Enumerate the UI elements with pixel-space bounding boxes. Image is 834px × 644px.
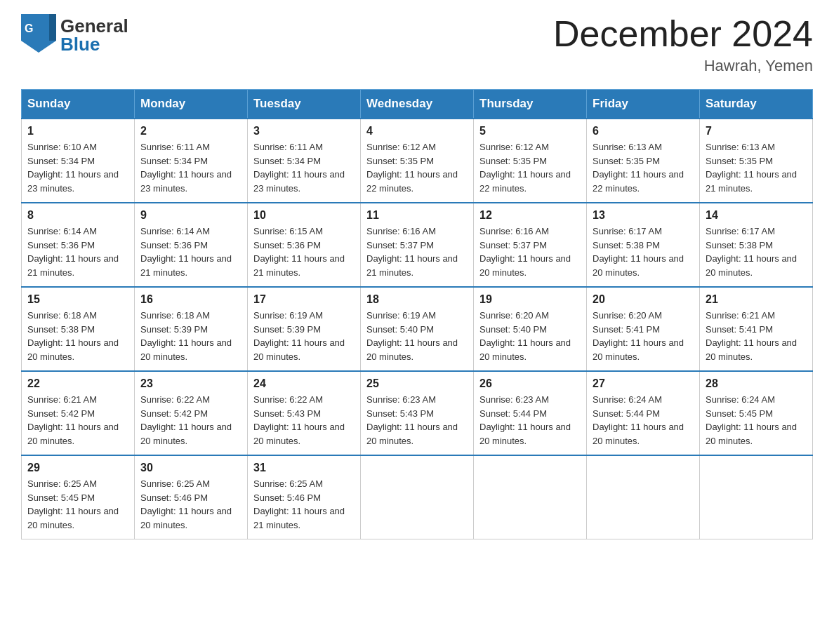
calendar-day-19: 19Sunrise: 6:20 AMSunset: 5:40 PMDayligh… bbox=[474, 287, 587, 371]
calendar-day-15: 15Sunrise: 6:18 AMSunset: 5:38 PMDayligh… bbox=[22, 287, 135, 371]
weekday-header-saturday: Saturday bbox=[700, 90, 813, 119]
day-info-29: Sunrise: 6:25 AMSunset: 5:45 PMDaylight:… bbox=[27, 477, 128, 532]
empty-cell bbox=[361, 455, 474, 539]
day-number-7: 7 bbox=[706, 125, 807, 137]
calendar-day-16: 16Sunrise: 6:18 AMSunset: 5:39 PMDayligh… bbox=[135, 287, 248, 371]
calendar-day-11: 11Sunrise: 6:16 AMSunset: 5:37 PMDayligh… bbox=[361, 203, 474, 287]
day-info-19: Sunrise: 6:20 AMSunset: 5:40 PMDaylight:… bbox=[479, 309, 581, 363]
day-number-28: 28 bbox=[706, 377, 807, 390]
calendar-day-25: 25Sunrise: 6:23 AMSunset: 5:43 PMDayligh… bbox=[361, 371, 474, 455]
day-info-27: Sunrise: 6:24 AMSunset: 5:44 PMDaylight:… bbox=[593, 393, 694, 448]
day-number-20: 20 bbox=[593, 293, 694, 306]
day-info-7: Sunrise: 6:13 AMSunset: 5:35 PMDaylight:… bbox=[706, 140, 807, 195]
day-info-10: Sunrise: 6:15 AMSunset: 5:36 PMDaylight:… bbox=[253, 224, 355, 279]
weekday-header-friday: Friday bbox=[587, 90, 700, 119]
calendar-week-2: 8Sunrise: 6:14 AMSunset: 5:36 PMDaylight… bbox=[22, 203, 813, 287]
day-number-24: 24 bbox=[253, 377, 355, 390]
day-info-16: Sunrise: 6:18 AMSunset: 5:39 PMDaylight:… bbox=[140, 309, 241, 363]
day-info-17: Sunrise: 6:19 AMSunset: 5:39 PMDaylight:… bbox=[253, 309, 355, 363]
calendar-day-23: 23Sunrise: 6:22 AMSunset: 5:42 PMDayligh… bbox=[135, 371, 248, 455]
day-info-9: Sunrise: 6:14 AMSunset: 5:36 PMDaylight:… bbox=[140, 224, 241, 279]
day-number-2: 2 bbox=[140, 125, 241, 137]
calendar-day-31: 31Sunrise: 6:25 AMSunset: 5:46 PMDayligh… bbox=[248, 455, 361, 539]
calendar-day-29: 29Sunrise: 6:25 AMSunset: 5:45 PMDayligh… bbox=[22, 455, 135, 539]
logo-general-text: General bbox=[60, 17, 128, 35]
day-info-25: Sunrise: 6:23 AMSunset: 5:43 PMDaylight:… bbox=[366, 393, 468, 448]
location-subtitle: Hawrah, Yemen bbox=[553, 57, 813, 75]
weekday-header-thursday: Thursday bbox=[474, 90, 587, 119]
logo-icon: G bbox=[21, 14, 56, 55]
calendar-week-4: 22Sunrise: 6:21 AMSunset: 5:42 PMDayligh… bbox=[22, 371, 813, 455]
calendar-day-3: 3Sunrise: 6:11 AMSunset: 5:34 PMDaylight… bbox=[248, 119, 361, 203]
calendar-day-30: 30Sunrise: 6:25 AMSunset: 5:46 PMDayligh… bbox=[135, 455, 248, 539]
day-info-8: Sunrise: 6:14 AMSunset: 5:36 PMDaylight:… bbox=[27, 224, 128, 279]
day-number-13: 13 bbox=[593, 209, 694, 222]
calendar-day-21: 21Sunrise: 6:21 AMSunset: 5:41 PMDayligh… bbox=[700, 287, 813, 371]
calendar-day-1: 1Sunrise: 6:10 AMSunset: 5:34 PMDaylight… bbox=[22, 119, 135, 203]
weekday-header-row: SundayMondayTuesdayWednesdayThursdayFrid… bbox=[22, 90, 813, 119]
day-info-5: Sunrise: 6:12 AMSunset: 5:35 PMDaylight:… bbox=[479, 140, 581, 195]
day-number-6: 6 bbox=[593, 125, 694, 137]
day-number-29: 29 bbox=[27, 462, 128, 474]
calendar-day-7: 7Sunrise: 6:13 AMSunset: 5:35 PMDaylight… bbox=[700, 119, 813, 203]
day-info-26: Sunrise: 6:23 AMSunset: 5:44 PMDaylight:… bbox=[479, 393, 581, 448]
day-info-2: Sunrise: 6:11 AMSunset: 5:34 PMDaylight:… bbox=[140, 140, 241, 195]
calendar-day-20: 20Sunrise: 6:20 AMSunset: 5:41 PMDayligh… bbox=[587, 287, 700, 371]
day-info-31: Sunrise: 6:25 AMSunset: 5:46 PMDaylight:… bbox=[253, 477, 355, 532]
calendar-day-17: 17Sunrise: 6:19 AMSunset: 5:39 PMDayligh… bbox=[248, 287, 361, 371]
calendar-day-24: 24Sunrise: 6:22 AMSunset: 5:43 PMDayligh… bbox=[248, 371, 361, 455]
day-number-26: 26 bbox=[479, 377, 581, 390]
day-number-3: 3 bbox=[253, 125, 355, 137]
day-info-12: Sunrise: 6:16 AMSunset: 5:37 PMDaylight:… bbox=[479, 224, 581, 279]
calendar-day-4: 4Sunrise: 6:12 AMSunset: 5:35 PMDaylight… bbox=[361, 119, 474, 203]
day-info-28: Sunrise: 6:24 AMSunset: 5:45 PMDaylight:… bbox=[706, 393, 807, 448]
day-number-23: 23 bbox=[140, 377, 241, 390]
calendar-week-1: 1Sunrise: 6:10 AMSunset: 5:34 PMDaylight… bbox=[22, 119, 813, 203]
day-number-4: 4 bbox=[366, 125, 468, 137]
day-number-14: 14 bbox=[706, 209, 807, 222]
calendar-day-22: 22Sunrise: 6:21 AMSunset: 5:42 PMDayligh… bbox=[22, 371, 135, 455]
calendar-header: SundayMondayTuesdayWednesdayThursdayFrid… bbox=[22, 90, 813, 119]
empty-cell bbox=[587, 455, 700, 539]
calendar-day-14: 14Sunrise: 6:17 AMSunset: 5:38 PMDayligh… bbox=[700, 203, 813, 287]
calendar-day-9: 9Sunrise: 6:14 AMSunset: 5:36 PMDaylight… bbox=[135, 203, 248, 287]
calendar-day-5: 5Sunrise: 6:12 AMSunset: 5:35 PMDaylight… bbox=[474, 119, 587, 203]
calendar-table: SundayMondayTuesdayWednesdayThursdayFrid… bbox=[21, 89, 813, 539]
day-info-24: Sunrise: 6:22 AMSunset: 5:43 PMDaylight:… bbox=[253, 393, 355, 448]
day-info-6: Sunrise: 6:13 AMSunset: 5:35 PMDaylight:… bbox=[593, 140, 694, 195]
svg-text:G: G bbox=[25, 22, 33, 34]
calendar-week-5: 29Sunrise: 6:25 AMSunset: 5:45 PMDayligh… bbox=[22, 455, 813, 539]
day-info-13: Sunrise: 6:17 AMSunset: 5:38 PMDaylight:… bbox=[593, 224, 694, 279]
day-info-30: Sunrise: 6:25 AMSunset: 5:46 PMDaylight:… bbox=[140, 477, 241, 532]
day-info-22: Sunrise: 6:21 AMSunset: 5:42 PMDaylight:… bbox=[27, 393, 128, 448]
day-number-19: 19 bbox=[479, 293, 581, 306]
day-number-1: 1 bbox=[27, 125, 128, 137]
day-info-20: Sunrise: 6:20 AMSunset: 5:41 PMDaylight:… bbox=[593, 309, 694, 363]
day-number-30: 30 bbox=[140, 462, 241, 474]
empty-cell bbox=[700, 455, 813, 539]
logo-name: General Blue bbox=[60, 17, 128, 53]
calendar-body: 1Sunrise: 6:10 AMSunset: 5:34 PMDaylight… bbox=[22, 119, 813, 539]
day-number-5: 5 bbox=[479, 125, 581, 137]
calendar-day-18: 18Sunrise: 6:19 AMSunset: 5:40 PMDayligh… bbox=[361, 287, 474, 371]
day-info-3: Sunrise: 6:11 AMSunset: 5:34 PMDaylight:… bbox=[253, 140, 355, 195]
day-number-16: 16 bbox=[140, 293, 241, 306]
day-number-9: 9 bbox=[140, 209, 241, 222]
logo-blue-text: Blue bbox=[60, 35, 128, 53]
day-number-10: 10 bbox=[253, 209, 355, 222]
day-number-15: 15 bbox=[27, 293, 128, 306]
day-number-21: 21 bbox=[706, 293, 807, 306]
calendar-day-13: 13Sunrise: 6:17 AMSunset: 5:38 PMDayligh… bbox=[587, 203, 700, 287]
logo: G General Blue bbox=[21, 14, 128, 55]
day-info-21: Sunrise: 6:21 AMSunset: 5:41 PMDaylight:… bbox=[706, 309, 807, 363]
calendar-day-8: 8Sunrise: 6:14 AMSunset: 5:36 PMDaylight… bbox=[22, 203, 135, 287]
weekday-header-sunday: Sunday bbox=[22, 90, 135, 119]
calendar-day-26: 26Sunrise: 6:23 AMSunset: 5:44 PMDayligh… bbox=[474, 371, 587, 455]
day-info-4: Sunrise: 6:12 AMSunset: 5:35 PMDaylight:… bbox=[366, 140, 468, 195]
day-number-27: 27 bbox=[593, 377, 694, 390]
weekday-header-wednesday: Wednesday bbox=[361, 90, 474, 119]
day-info-14: Sunrise: 6:17 AMSunset: 5:38 PMDaylight:… bbox=[706, 224, 807, 279]
day-number-12: 12 bbox=[479, 209, 581, 222]
svg-marker-2 bbox=[21, 41, 56, 53]
month-year-title: December 2024 bbox=[553, 14, 813, 54]
